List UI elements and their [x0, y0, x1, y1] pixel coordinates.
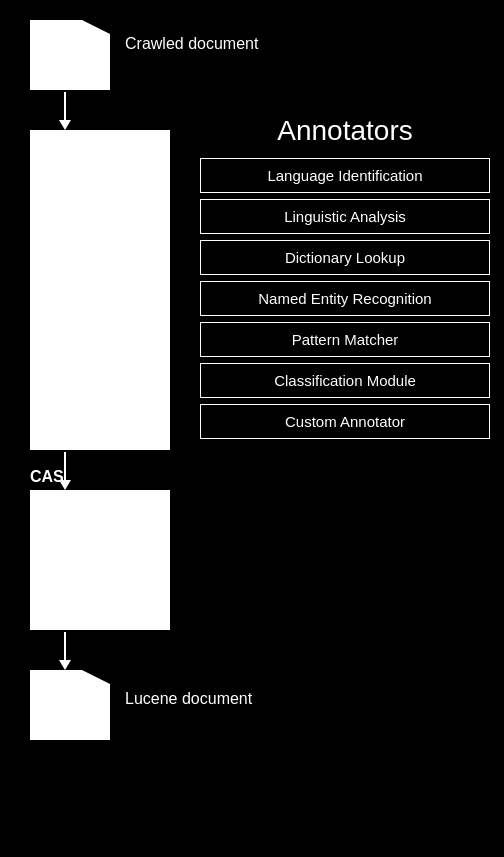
annotator-classification-module: Classification Module — [200, 363, 490, 398]
annotator-named-entity-recognition: Named Entity Recognition — [200, 281, 490, 316]
main-processing-box — [30, 130, 170, 450]
arrow-flow-2 — [64, 452, 66, 482]
cas-label-bottom: CAS — [30, 468, 64, 486]
lucene-doc-shape — [30, 670, 110, 740]
annotator-linguistic-analysis: Linguistic Analysis — [200, 199, 490, 234]
annotators-list: Language Identification Linguistic Analy… — [200, 158, 490, 439]
bottom-processing-box — [30, 490, 170, 630]
annotator-dictionary-lookup: Dictionary Lookup — [200, 240, 490, 275]
arrow-flow-3 — [64, 632, 66, 662]
diagram-container: Crawled document CAS CAS Lucene document… — [0, 0, 504, 857]
crawled-doc-label: Crawled document — [125, 35, 258, 53]
cas-label-top: CAS — [30, 200, 64, 218]
annotators-title: Annotators — [200, 115, 490, 147]
annotator-pattern-matcher: Pattern Matcher — [200, 322, 490, 357]
lucene-doc-label: Lucene document — [125, 690, 252, 708]
crawled-doc-shape — [30, 20, 110, 90]
arrow-flow-1 — [64, 92, 66, 122]
annotator-custom-annotator: Custom Annotator — [200, 404, 490, 439]
annotator-language-identification: Language Identification — [200, 158, 490, 193]
